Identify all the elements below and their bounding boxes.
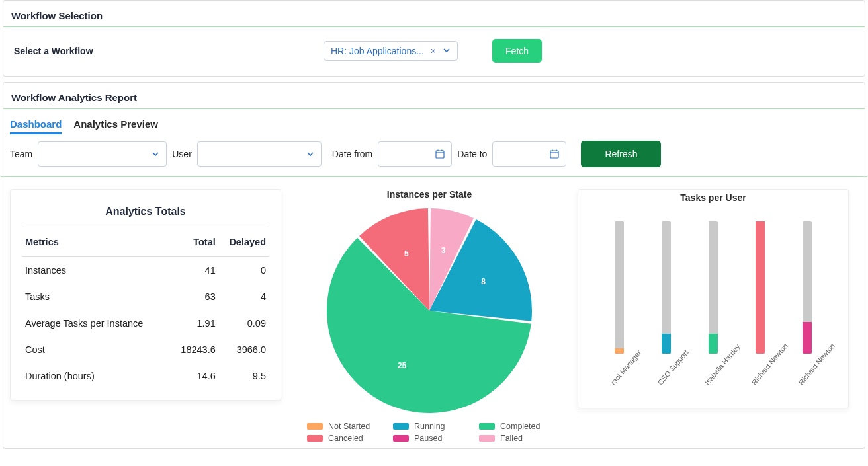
metric-delayed: 4 bbox=[218, 284, 269, 310]
legend-label: Completed bbox=[500, 422, 540, 431]
report-heading: Workflow Analytics Report bbox=[3, 83, 865, 109]
table-row: Cost18243.63966.0 bbox=[22, 336, 269, 363]
refresh-button[interactable]: Refresh bbox=[581, 141, 661, 167]
calendar-icon bbox=[550, 149, 559, 159]
workflow-selection-heading: Workflow Selection bbox=[3, 1, 865, 27]
legend-swatch bbox=[479, 435, 495, 442]
instances-per-state-chart: Instances per State 38255 Not StartedRun… bbox=[297, 189, 562, 443]
pie-slice-label: 5 bbox=[404, 249, 409, 258]
bar-track bbox=[803, 221, 812, 354]
legend-label: Running bbox=[414, 422, 445, 431]
date-from-input[interactable] bbox=[378, 141, 452, 167]
col-total: Total bbox=[170, 227, 218, 257]
bar-category-label: CSO Support bbox=[656, 351, 703, 400]
analytics-totals-title: Analytics Totals bbox=[22, 200, 269, 227]
legend-swatch bbox=[479, 423, 495, 430]
bar-labels: ract ManagerCSO SupportIsabella HardeyRi… bbox=[590, 354, 836, 408]
bar-track bbox=[662, 221, 671, 354]
analytics-report-panel: Workflow Analytics Report Dashboard Anal… bbox=[3, 82, 865, 449]
pie-slice-label: 8 bbox=[481, 277, 486, 286]
team-filter-label: Team bbox=[10, 149, 32, 159]
legend-item: Completed bbox=[479, 422, 552, 431]
metric-total: 63 bbox=[170, 284, 218, 310]
table-row: Instances410 bbox=[22, 257, 269, 284]
table-row: Duration (hours)14.69.5 bbox=[22, 363, 269, 389]
legend-swatch bbox=[307, 435, 323, 442]
tab-analytics-preview[interactable]: Analytics Preview bbox=[73, 118, 158, 134]
bar-column bbox=[646, 221, 686, 354]
fetch-button-label: Fetch bbox=[505, 46, 529, 56]
legend-swatch bbox=[307, 423, 323, 430]
fetch-button[interactable]: Fetch bbox=[492, 39, 542, 63]
legend-item: Not Started bbox=[307, 422, 380, 431]
legend-item: Paused bbox=[393, 434, 466, 443]
chevron-down-icon bbox=[443, 46, 451, 56]
bar-fill bbox=[803, 322, 812, 354]
legend-label: Paused bbox=[414, 434, 442, 443]
refresh-button-label: Refresh bbox=[605, 149, 637, 159]
chevron-down-icon bbox=[306, 150, 314, 158]
bar-column bbox=[787, 221, 827, 354]
team-select[interactable] bbox=[38, 141, 167, 167]
col-metrics: Metrics bbox=[22, 227, 170, 257]
metric-label: Cost bbox=[22, 336, 170, 363]
metric-label: Duration (hours) bbox=[22, 363, 170, 389]
pie-legend: Not StartedRunningCompletedCanceledPause… bbox=[297, 416, 562, 443]
metric-total: 1.91 bbox=[170, 310, 218, 336]
table-row: Average Tasks per Instance1.910.09 bbox=[22, 310, 269, 336]
metric-label: Tasks bbox=[22, 284, 170, 310]
bar-column bbox=[599, 221, 639, 354]
clear-selection-icon[interactable]: × bbox=[431, 46, 436, 56]
bar-track bbox=[709, 221, 718, 354]
user-filter-label: User bbox=[172, 149, 192, 159]
bar-fill bbox=[615, 348, 624, 354]
bar-title: Tasks per User bbox=[590, 192, 836, 208]
pie-chart-svg: 38255 bbox=[324, 205, 535, 416]
bar-fill bbox=[756, 221, 765, 354]
pie-slice-label: 25 bbox=[398, 361, 407, 370]
legend-label: Canceled bbox=[328, 434, 363, 443]
metric-delayed: 3966.0 bbox=[218, 336, 269, 363]
tasks-per-user-card: Tasks per User ract ManagerCSO SupportIs… bbox=[578, 189, 849, 408]
legend-item: Failed bbox=[479, 434, 552, 443]
tab-dashboard[interactable]: Dashboard bbox=[10, 118, 62, 134]
metric-label: Average Tasks per Instance bbox=[22, 310, 170, 336]
date-to-label: Date to bbox=[457, 149, 487, 159]
bar-category-label: ract Manager bbox=[609, 351, 656, 400]
bar-fill bbox=[709, 334, 718, 354]
bar-chart bbox=[590, 208, 836, 354]
legend-item: Canceled bbox=[307, 434, 380, 443]
col-delayed: Delayed bbox=[218, 227, 269, 257]
metric-delayed: 0 bbox=[218, 257, 269, 284]
workflow-select-label: Select a Workflow bbox=[11, 46, 316, 56]
bar-category-label: Isabella Hardey bbox=[703, 351, 750, 400]
legend-item: Running bbox=[393, 422, 466, 431]
analytics-totals-card: Analytics Totals Metrics Total Delayed I… bbox=[10, 189, 281, 401]
svg-rect-0 bbox=[436, 151, 444, 158]
divider bbox=[1, 176, 867, 177]
calendar-icon bbox=[435, 149, 445, 159]
date-to-input[interactable] bbox=[492, 141, 566, 167]
metric-total: 14.6 bbox=[170, 363, 218, 389]
legend-label: Failed bbox=[500, 434, 523, 443]
legend-swatch bbox=[393, 435, 409, 442]
metric-label: Instances bbox=[22, 257, 170, 284]
workflow-select[interactable]: HR: Job Applications... × bbox=[324, 41, 458, 61]
chevron-down-icon bbox=[152, 150, 159, 158]
bar-column bbox=[740, 221, 780, 354]
bar-category-label: Richard Newton bbox=[750, 351, 798, 400]
legend-swatch bbox=[393, 423, 409, 430]
pie-title: Instances per State bbox=[297, 189, 562, 205]
metric-delayed: 9.5 bbox=[218, 363, 269, 389]
user-select[interactable] bbox=[197, 141, 322, 167]
bar-track bbox=[756, 221, 765, 354]
bar-track bbox=[615, 221, 624, 354]
bar-fill bbox=[662, 334, 671, 354]
metric-total: 18243.6 bbox=[170, 336, 218, 363]
workflow-selection-panel: Workflow Selection Select a Workflow HR:… bbox=[3, 0, 865, 77]
report-tabs: Dashboard Analytics Preview bbox=[3, 109, 865, 141]
svg-rect-4 bbox=[550, 151, 558, 158]
filters-row: Team User Date from Date to bbox=[3, 141, 865, 176]
metric-total: 41 bbox=[170, 257, 218, 284]
table-row: Tasks634 bbox=[22, 284, 269, 310]
